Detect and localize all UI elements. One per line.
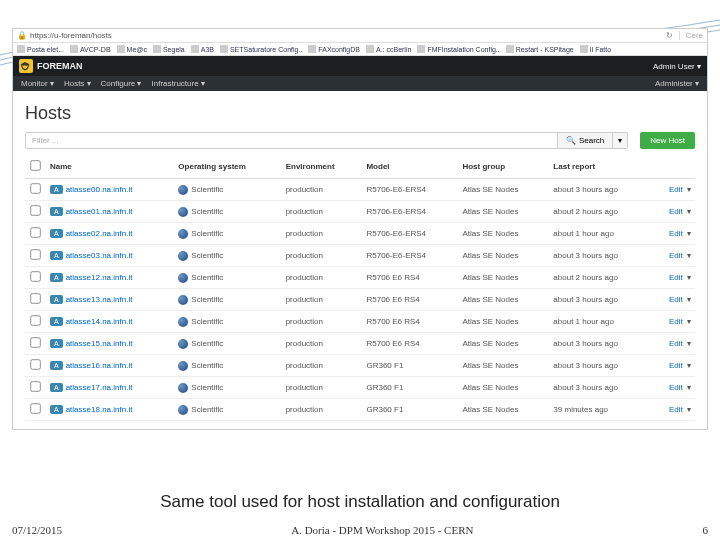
footer-center: A. Doria - DPM Workshop 2015 - CERN — [291, 524, 473, 536]
edit-link[interactable]: Edit — [669, 383, 683, 392]
row-checkbox[interactable] — [30, 293, 40, 303]
row-menu[interactable]: ▾ — [687, 317, 691, 326]
column-header[interactable]: Model — [362, 155, 458, 179]
os-name: Scientific — [191, 317, 223, 326]
row-checkbox[interactable] — [30, 227, 40, 237]
model-cell: R5706-E6-ERS4 — [362, 201, 458, 223]
nav-item[interactable]: Monitor ▾ — [21, 79, 54, 88]
row-menu[interactable]: ▾ — [687, 229, 691, 238]
model-cell: R5706 E6 RS4 — [362, 267, 458, 289]
search-button[interactable]: 🔍 Search — [558, 132, 613, 149]
host-link[interactable]: atlasse18.na.infn.it — [66, 405, 133, 414]
column-header[interactable]: Operating system — [174, 155, 281, 179]
bookmark-item[interactable]: Posta elet... — [17, 45, 64, 53]
row-checkbox[interactable] — [30, 337, 40, 347]
edit-link[interactable]: Edit — [669, 207, 683, 216]
bookmark-item[interactable]: SETSaturatore Config.. — [220, 45, 302, 53]
host-link[interactable]: atlasse12.na.infn.it — [66, 273, 133, 282]
bookmark-item[interactable]: A3B — [191, 45, 214, 53]
column-header[interactable] — [652, 155, 695, 179]
helmet-icon: ⛑ — [19, 59, 33, 73]
os-icon — [178, 339, 188, 349]
bookmark-item[interactable]: Segela — [153, 45, 185, 53]
row-checkbox[interactable] — [30, 381, 40, 391]
edit-link[interactable]: Edit — [669, 405, 683, 414]
bookmark-item[interactable]: Restart - KSPitage — [506, 45, 574, 53]
host-link[interactable]: atlasse13.na.infn.it — [66, 295, 133, 304]
row-checkbox[interactable] — [30, 183, 40, 193]
status-badge: A — [50, 273, 63, 282]
filter-input[interactable]: Filter ... — [25, 132, 558, 149]
column-header[interactable]: Name — [46, 155, 174, 179]
edit-link[interactable]: Edit — [669, 317, 683, 326]
user-menu[interactable]: Admin User ▾ — [653, 62, 701, 71]
row-checkbox[interactable] — [30, 249, 40, 259]
group-cell: Atlas SE Nodes — [458, 245, 549, 267]
bookmark-item[interactable]: A.: ccBerlin — [366, 45, 411, 53]
edit-link[interactable]: Edit — [669, 339, 683, 348]
os-name: Scientific — [191, 339, 223, 348]
host-link[interactable]: atlasse02.na.infn.it — [66, 229, 133, 238]
row-menu[interactable]: ▾ — [687, 251, 691, 260]
status-badge: A — [50, 295, 63, 304]
bookmark-icon — [506, 45, 514, 53]
bookmark-item[interactable]: AVCP-DB — [70, 45, 111, 53]
table-row: Aatlasse02.na.infn.itScientificproductio… — [25, 223, 695, 245]
edit-link[interactable]: Edit — [669, 273, 683, 282]
browser-search[interactable]: Cere — [679, 31, 703, 40]
row-checkbox[interactable] — [30, 315, 40, 325]
row-menu[interactable]: ▾ — [687, 295, 691, 304]
nav-item[interactable]: Hosts ▾ — [64, 79, 91, 88]
nav-item[interactable]: Infrastructure ▾ — [152, 79, 205, 88]
bookmark-item[interactable]: Il Fatto — [580, 45, 611, 53]
row-menu[interactable]: ▾ — [687, 361, 691, 370]
row-menu[interactable]: ▾ — [687, 405, 691, 414]
select-all-checkbox[interactable] — [30, 160, 40, 170]
host-link[interactable]: atlasse16.na.infn.it — [66, 361, 133, 370]
bookmark-item[interactable]: FMFInstalation Config.. — [417, 45, 499, 53]
column-header[interactable]: Environment — [282, 155, 363, 179]
nav-item[interactable]: Configure ▾ — [101, 79, 142, 88]
row-checkbox[interactable] — [30, 403, 40, 413]
group-cell: Atlas SE Nodes — [458, 267, 549, 289]
row-checkbox[interactable] — [30, 271, 40, 281]
row-menu[interactable]: ▾ — [687, 273, 691, 282]
edit-link[interactable]: Edit — [669, 229, 683, 238]
row-menu[interactable]: ▾ — [687, 207, 691, 216]
bookmark-icon — [220, 45, 228, 53]
env-cell: production — [282, 179, 363, 201]
bookmark-item[interactable]: FAXconfigDB — [308, 45, 360, 53]
brand[interactable]: ⛑ FOREMAN — [19, 59, 83, 73]
column-header[interactable]: Last report — [549, 155, 652, 179]
row-checkbox[interactable] — [30, 359, 40, 369]
column-header[interactable]: Host group — [458, 155, 549, 179]
status-badge: A — [50, 207, 63, 216]
row-menu[interactable]: ▾ — [687, 185, 691, 194]
edit-link[interactable]: Edit — [669, 251, 683, 260]
host-link[interactable]: atlasse17.na.infn.it — [66, 383, 133, 392]
bookmark-item[interactable]: Me@c — [117, 45, 147, 53]
edit-link[interactable]: Edit — [669, 295, 683, 304]
host-link[interactable]: atlasse14.na.infn.it — [66, 317, 133, 326]
browser-urlbar[interactable]: 🔒 https://u-foreman/hosts ↻ Cere — [13, 29, 707, 43]
nav-administer[interactable]: Administer ▾ — [655, 79, 699, 88]
host-link[interactable]: atlasse15.na.infn.it — [66, 339, 133, 348]
os-name: Scientific — [191, 207, 223, 216]
row-checkbox[interactable] — [30, 205, 40, 215]
bookmark-icon — [580, 45, 588, 53]
nav-bar: Monitor ▾Hosts ▾Configure ▾Infrastructur… — [13, 76, 707, 91]
report-cell: about 2 hours ago — [549, 201, 652, 223]
edit-link[interactable]: Edit — [669, 361, 683, 370]
row-menu[interactable]: ▾ — [687, 383, 691, 392]
host-link[interactable]: atlasse03.na.infn.it — [66, 251, 133, 260]
status-badge: A — [50, 185, 63, 194]
refresh-icon[interactable]: ↻ — [666, 31, 673, 40]
row-menu[interactable]: ▾ — [687, 339, 691, 348]
host-link[interactable]: atlasse00.na.infn.it — [66, 185, 133, 194]
search-dropdown[interactable]: ▾ — [613, 132, 628, 149]
os-icon — [178, 185, 188, 195]
new-host-button[interactable]: New Host — [640, 132, 695, 149]
report-cell: about 2 hours ago — [549, 267, 652, 289]
edit-link[interactable]: Edit — [669, 185, 683, 194]
host-link[interactable]: atlasse01.na.infn.it — [66, 207, 133, 216]
